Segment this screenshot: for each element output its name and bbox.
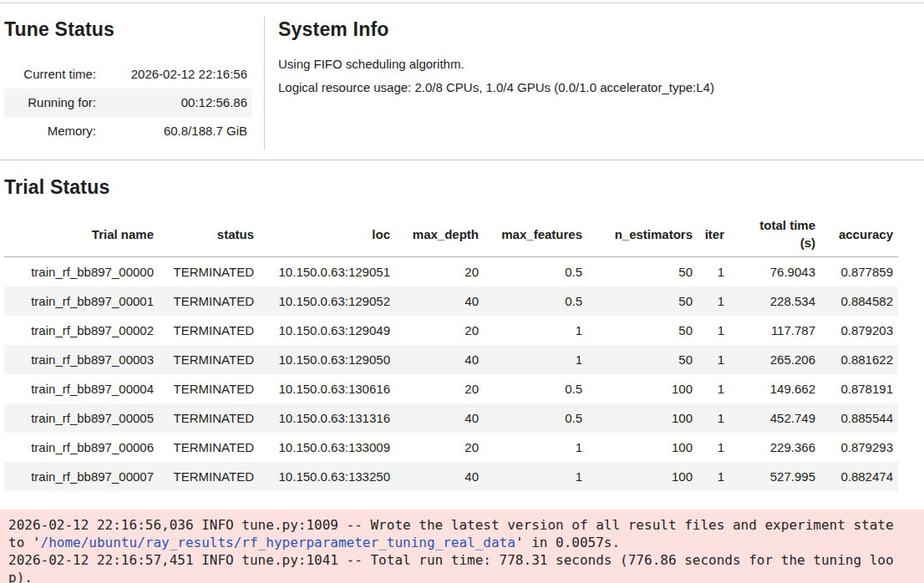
table-cell: 10.150.0.63:129052	[259, 286, 395, 316]
log-text: ' in 0.0057s.	[515, 535, 620, 550]
system-info-panel: System Info Using FIFO scheduling algori…	[265, 3, 714, 99]
table-cell: 10.150.0.63:133250	[259, 462, 395, 491]
table-cell: TERMINATED	[159, 286, 259, 316]
table-cell: 1	[698, 374, 729, 403]
table-cell: train_rf_bb897_00004	[4, 374, 159, 403]
tune-status-label: Memory:	[4, 117, 100, 145]
log-text: p).	[8, 570, 33, 583]
table-cell: 1	[698, 403, 729, 433]
table-cell: 1	[698, 433, 729, 462]
system-info-line-resources: Logical resource usage: 2.0/8 CPUs, 1.0/…	[278, 76, 714, 99]
table-cell: 0.884582	[820, 286, 898, 316]
table-cell: 40	[395, 345, 484, 374]
table-cell: 1	[484, 316, 587, 345]
table-cell: train_rf_bb897_00005	[4, 403, 159, 433]
table-cell: 452.749	[729, 403, 820, 433]
table-cell: TERMINATED	[159, 257, 259, 286]
column-header: status	[159, 211, 259, 257]
table-cell: train_rf_bb897_00006	[4, 433, 159, 462]
tune-status-row: Running for:00:12:56.86	[4, 89, 251, 117]
table-cell: 40	[395, 286, 484, 316]
table-cell: 1	[484, 345, 587, 374]
table-cell: TERMINATED	[159, 433, 259, 462]
tune-status-table: Current time:2026-02-12 22:16:56Running …	[4, 60, 251, 145]
system-info-line-scheduler: Using FIFO scheduling algorithm.	[278, 53, 714, 76]
tune-status-value: 60.8/188.7 GiB	[100, 117, 251, 145]
table-cell: 76.9043	[729, 257, 820, 286]
column-header: iter	[698, 211, 729, 257]
table-cell: 0.878191	[820, 374, 898, 403]
trial-status-table: Trial namestatuslocmax_depthmax_features…	[4, 211, 898, 491]
table-row: train_rf_bb897_00006TERMINATED10.150.0.6…	[4, 433, 898, 462]
trial-status-title: Trial Status	[4, 175, 924, 199]
mid-divider	[0, 160, 924, 160]
table-cell: 149.662	[729, 374, 820, 403]
log-text: to '	[8, 535, 41, 550]
table-cell: 1	[484, 433, 587, 462]
log-output: 2026-02-12 22:16:56,036 INFO tune.py:100…	[0, 509, 924, 583]
table-cell: 0.882474	[820, 462, 898, 491]
tune-status-value: 00:12:56.86	[100, 89, 251, 117]
table-row: train_rf_bb897_00004TERMINATED10.150.0.6…	[4, 374, 898, 403]
table-cell: 100	[587, 462, 698, 491]
log-text: 2026-02-12 22:16:56,036 INFO tune.py:100…	[8, 517, 894, 533]
table-cell: 10.150.0.63:130616	[259, 374, 395, 403]
table-cell: 0.879203	[820, 316, 898, 345]
table-cell: train_rf_bb897_00003	[4, 345, 159, 374]
table-cell: TERMINATED	[159, 403, 259, 433]
table-cell: 265.206	[729, 345, 820, 374]
table-cell: 20	[395, 433, 484, 462]
table-cell: 50	[587, 316, 698, 345]
table-cell: 0.5	[484, 286, 587, 316]
table-cell: 100	[587, 374, 698, 403]
table-cell: 228.534	[729, 286, 820, 316]
table-cell: 0.5	[484, 257, 587, 286]
table-cell: 1	[484, 462, 587, 491]
table-row: train_rf_bb897_00000TERMINATED10.150.0.6…	[4, 257, 898, 286]
top-section: Tune Status Current time:2026-02-12 22:1…	[0, 3, 924, 150]
log-line: p).	[8, 569, 916, 583]
column-header: max_features	[484, 211, 587, 257]
column-header: n_estimators	[587, 211, 698, 257]
tune-status-title: Tune Status	[4, 18, 251, 41]
table-cell: train_rf_bb897_00000	[4, 257, 159, 286]
log-line: 2026-02-12 22:16:56,036 INFO tune.py:100…	[8, 516, 916, 534]
table-cell: 100	[587, 403, 698, 433]
table-cell: 20	[395, 374, 484, 403]
log-line: 2026-02-12 22:16:57,451 INFO tune.py:104…	[8, 551, 916, 569]
table-cell: 50	[587, 257, 698, 286]
table-cell: 10.150.0.63:129050	[259, 345, 395, 374]
ray-tune-output: Tune Status Current time:2026-02-12 22:1…	[0, 3, 924, 583]
table-cell: 0.877859	[820, 257, 898, 286]
tune-status-panel: Tune Status Current time:2026-02-12 22:1…	[4, 3, 251, 145]
column-header: loc	[259, 211, 395, 257]
table-cell: 1	[698, 286, 729, 316]
table-cell: 40	[395, 462, 484, 491]
table-cell: 20	[395, 316, 484, 345]
log-line: to '/home/ubuntu/ray_results/rf_hyperpar…	[8, 534, 916, 551]
tune-status-label: Current time:	[4, 60, 100, 89]
column-header: Trial name	[4, 211, 159, 257]
log-path-text: /home/ubuntu/ray_results/rf_hyperparamet…	[41, 535, 515, 550]
table-cell: 117.787	[729, 316, 820, 345]
table-row: train_rf_bb897_00001TERMINATED10.150.0.6…	[4, 286, 898, 316]
table-cell: 10.150.0.63:131316	[259, 403, 395, 433]
table-cell: train_rf_bb897_00002	[4, 316, 159, 345]
table-cell: 527.995	[729, 462, 820, 491]
table-row: train_rf_bb897_00005TERMINATED10.150.0.6…	[4, 403, 898, 433]
table-cell: 0.881622	[820, 345, 898, 374]
tune-status-row: Memory:60.8/188.7 GiB	[4, 117, 251, 145]
table-cell: 0.5	[484, 374, 587, 403]
table-cell: 1	[698, 345, 729, 374]
table-cell: 100	[587, 433, 698, 462]
tune-status-row: Current time:2026-02-12 22:16:56	[4, 60, 251, 89]
table-cell: 50	[587, 286, 698, 316]
table-cell: 10.150.0.63:129049	[259, 316, 395, 345]
tune-status-value: 2026-02-12 22:16:56	[100, 60, 251, 89]
table-cell: train_rf_bb897_00001	[4, 286, 159, 316]
column-header: max_depth	[395, 211, 484, 257]
table-row: train_rf_bb897_00002TERMINATED10.150.0.6…	[4, 316, 898, 345]
table-row: train_rf_bb897_00007TERMINATED10.150.0.6…	[4, 462, 898, 491]
table-cell: 0.885544	[820, 403, 898, 433]
column-header: accuracy	[820, 211, 898, 257]
